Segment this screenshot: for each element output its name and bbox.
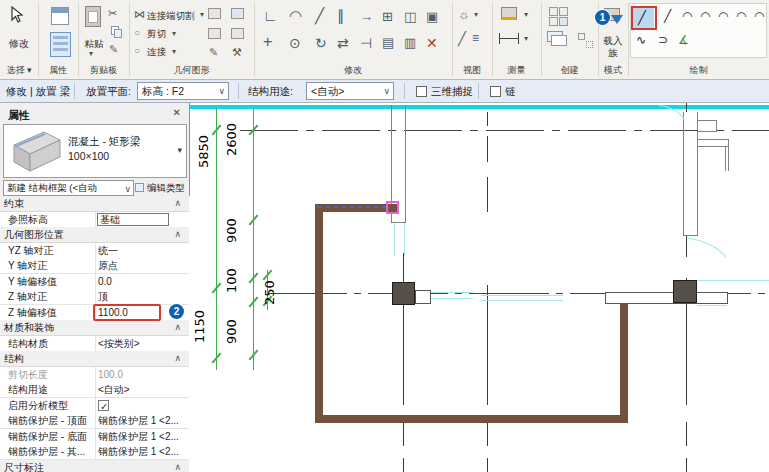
create-assembly-icon[interactable]: [578, 33, 585, 40]
row-cut-length: 剪切长度100.0: [0, 367, 189, 383]
cope-dropdown-icon[interactable]: ▾: [200, 11, 204, 19]
beam-segment-right[interactable]: [620, 303, 628, 423]
properties-big-icon[interactable]: [51, 7, 69, 25]
draw-arc-tool-3[interactable]: ◠: [718, 10, 728, 22]
section-dimensions[interactable]: 尺寸标注∧: [0, 460, 189, 472]
paste-dropdown-icon[interactable]: ▾: [89, 50, 93, 58]
rotate-icon[interactable]: ↻: [315, 36, 327, 50]
trim-corner-icon[interactable]: ⊣: [360, 36, 372, 50]
measure-dim-icon[interactable]: [499, 33, 519, 44]
structural-usage-select[interactable]: <自动>∨: [306, 82, 394, 100]
draw-arc-tool-5[interactable]: ◠: [754, 10, 764, 22]
dimension-line-2[interactable]: [253, 108, 254, 370]
view-panel-label: 视图: [452, 64, 492, 77]
align-icon[interactable]: ∟: [263, 8, 278, 23]
section-geometry-position[interactable]: 几何图形位置∧: [0, 227, 189, 243]
match-type-icon[interactable]: ✎: [109, 44, 118, 55]
row-reference-level[interactable]: 参照标高基础: [0, 212, 189, 228]
measure-dropdown-icon[interactable]: ▾: [524, 11, 528, 19]
offset-icon[interactable]: →: [360, 10, 373, 23]
select-panel-label[interactable]: 选择 ▾: [0, 64, 38, 77]
edit-type-button[interactable]: 编辑类型: [135, 180, 190, 196]
chain-checkbox[interactable]: [490, 86, 501, 97]
cut-geometry-dropdown-icon[interactable]: ▾: [172, 30, 176, 38]
draw-spline-tool[interactable]: ∿: [636, 34, 646, 46]
section-materials[interactable]: 材质和装饰∧: [0, 320, 189, 336]
measure-dim-dropdown-icon[interactable]: ▾: [524, 35, 528, 43]
row-y-justification[interactable]: Y 轴对正原点: [0, 258, 189, 274]
section-constraints[interactable]: 约束∧: [0, 196, 189, 212]
row-structural-usage[interactable]: 结构用途<自动>: [0, 382, 189, 398]
type-dropdown-icon[interactable]: ▾: [177, 145, 182, 155]
section-structural[interactable]: 结构∧: [0, 351, 189, 367]
row-yz-justification[interactable]: YZ 轴对正统一: [0, 243, 189, 259]
draw-arc-tool-1[interactable]: ◠: [682, 10, 692, 22]
selector-chevron-icon: ∨: [124, 182, 131, 196]
draw-arc-tool-4[interactable]: ◠: [736, 10, 746, 22]
modify-button[interactable]: 修改: [0, 37, 38, 51]
row-rebar-cover-top[interactable]: 钢筋保护层 - 顶面钢筋保护层 1 <2...: [0, 413, 189, 429]
3d-snap-checkbox[interactable]: [416, 86, 427, 97]
drawing-area[interactable]: 5850 1150 2600 900 100 900 250: [190, 103, 769, 472]
split-element-icon[interactable]: ╱: [315, 8, 324, 23]
unjoin-icon[interactable]: [208, 28, 221, 39]
callout-badge-1: 1: [595, 10, 610, 25]
paste-button[interactable]: 粘贴: [78, 38, 110, 51]
cope-button[interactable]: 连接端切割: [147, 10, 195, 23]
close-icon[interactable]: ✕: [173, 107, 181, 118]
demolish-icon[interactable]: [231, 8, 244, 19]
cut-geometry-button[interactable]: 剪切: [147, 28, 166, 41]
row-y-offset[interactable]: Y 轴偏移值0.0: [0, 274, 189, 290]
chevron-down-icon-2: ∨: [383, 83, 390, 99]
paint-icon[interactable]: ✎: [209, 47, 218, 58]
group-icon[interactable]: [549, 7, 558, 16]
draw-line-tool-2[interactable]: ╱: [664, 10, 671, 22]
new-element-selector[interactable]: 新建 结构框架 (<自动∨: [3, 180, 134, 196]
beam-segment-left[interactable]: [315, 204, 323, 423]
scale-icon[interactable]: ▣: [426, 10, 438, 23]
options-separator-4: [478, 83, 479, 99]
array-icon[interactable]: ⊞: [382, 10, 393, 23]
cut-profile-icon[interactable]: ≡: [472, 32, 479, 44]
type-selector[interactable]: 混凝土 - 矩形梁 100×100 ▾: [3, 124, 187, 178]
beam-joins-icon[interactable]: [231, 28, 244, 39]
cut-geometry-icon: ○: [134, 28, 140, 38]
pick-lines-tool[interactable]: ∡: [678, 34, 689, 46]
row-z-justification[interactable]: Z 轴对正顶: [0, 289, 189, 305]
join-geometry-dropdown-icon[interactable]: ▾: [172, 48, 176, 56]
row-enable-analytical[interactable]: 启用分析模型✓: [0, 398, 189, 414]
beam-segment-bottom[interactable]: [315, 415, 628, 423]
row-rebar-cover-other[interactable]: 钢筋保护层 - 其...钢筋保护层 1 <2...: [0, 444, 189, 460]
properties-toggle-button[interactable]: [50, 32, 71, 57]
highlight-box-line-tool: [631, 6, 657, 30]
draw-partial-ellipse-tool[interactable]: ⊃: [658, 34, 668, 46]
create-assembly-icon-2: [586, 41, 593, 48]
paste-icon[interactable]: [85, 6, 101, 27]
cope-icon: ⋈: [134, 9, 145, 20]
wall-joins-icon[interactable]: [208, 8, 221, 19]
row-structural-material[interactable]: 结构材质<按类别>: [0, 336, 189, 352]
modify-cursor-icon[interactable]: [10, 6, 24, 24]
hammer-icon[interactable]: ⚒: [232, 47, 242, 58]
measure-cube-icon[interactable]: [501, 7, 517, 20]
draw-arc-tool-2[interactable]: ◠: [700, 10, 710, 22]
delete-icon[interactable]: ✕: [426, 36, 438, 50]
split-with-gap-icon[interactable]: ∥: [337, 8, 345, 23]
view-dropdown-icon[interactable]: ▾: [474, 11, 478, 19]
trim-extend-icon[interactable]: ⇄: [337, 36, 349, 50]
mirror-icon[interactable]: ◫: [404, 10, 416, 23]
fillet-icon[interactable]: ◠: [289, 8, 302, 23]
pin-icon[interactable]: ▤: [382, 36, 394, 49]
move-icon[interactable]: +: [263, 34, 272, 50]
placement-plane-select[interactable]: 标高 : F2∨: [137, 82, 229, 100]
row-rebar-cover-bottom[interactable]: 钢筋保护层 - 底面钢筋保护层 1 <2...: [0, 429, 189, 445]
reveal-hidden-icon[interactable]: ☼: [458, 8, 470, 21]
properties-panel-label[interactable]: 属性: [38, 64, 78, 77]
dimension-line-1[interactable]: [216, 108, 217, 370]
load-family-label-2: 族: [598, 47, 628, 60]
join-geometry-button[interactable]: 连接: [147, 46, 166, 59]
linework-icon[interactable]: ╱: [458, 32, 466, 45]
copy-modify-icon[interactable]: ⊙: [289, 36, 301, 50]
unpin-icon[interactable]: ▥: [404, 36, 416, 49]
cut-icon[interactable]: ✂: [108, 8, 117, 19]
